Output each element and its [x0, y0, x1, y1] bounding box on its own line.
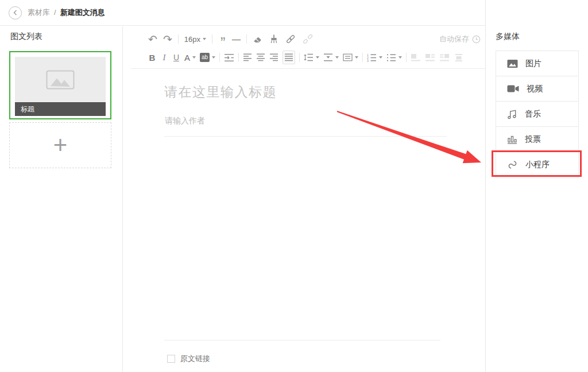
italic-icon: I: [163, 53, 166, 63]
source-link-row: 原文链接: [167, 354, 210, 364]
card-thumbnail: [15, 57, 106, 102]
align-right-button[interactable]: [269, 51, 278, 64]
media-item-music[interactable]: 音乐: [496, 102, 578, 127]
music-icon: [507, 109, 517, 119]
redo-icon: ↷: [163, 34, 172, 45]
highlight-color-dropdown[interactable]: ab: [200, 51, 215, 64]
svg-text:3: 3: [367, 59, 369, 62]
multimedia-header: 多媒体: [496, 32, 520, 42]
author-input[interactable]: 请输入作者: [165, 116, 205, 126]
bullet-list-icon: [386, 53, 396, 62]
image-align-left-icon: [411, 53, 421, 62]
horizontal-rule-button[interactable]: —: [232, 32, 241, 46]
bold-button[interactable]: B: [148, 51, 156, 64]
align-center-icon: [256, 53, 265, 61]
line-height-icon: [304, 53, 314, 61]
eraser-icon: [253, 34, 263, 44]
font-color-icon: A: [184, 53, 190, 63]
bullet-list-dropdown[interactable]: [386, 51, 402, 64]
remove-link-button[interactable]: [302, 32, 314, 46]
blockquote-button[interactable]: ”: [218, 32, 226, 46]
undo-button[interactable]: ↶: [148, 32, 157, 46]
poll-icon: [507, 134, 517, 144]
chevron-down-icon: [203, 38, 206, 40]
source-link-checkbox[interactable]: [167, 355, 175, 363]
image-wrap-left-icon: [425, 53, 435, 62]
title-input[interactable]: 请在这里输入标题: [164, 83, 277, 101]
image-align-center-button[interactable]: [454, 51, 464, 64]
format-brush-button[interactable]: [269, 32, 279, 46]
divider-icon: —: [232, 34, 241, 44]
align-justify-button[interactable]: [283, 51, 295, 64]
image-align-left-wrap-button[interactable]: [425, 51, 435, 64]
image-placeholder-icon: [46, 70, 75, 90]
ordered-list-dropdown[interactable]: 1 2 3: [367, 51, 382, 64]
toolbar-separator: [178, 34, 179, 44]
margin-icon: [343, 53, 353, 61]
font-color-dropdown[interactable]: A: [184, 51, 196, 64]
media-item-label: 视频: [527, 84, 543, 94]
media-item-label: 投票: [525, 134, 541, 145]
editor-panel: ↶ ↷ 16px ” —: [123, 26, 485, 372]
link-icon: [285, 33, 296, 45]
media-item-label: 音乐: [525, 109, 541, 119]
indent-button[interactable]: [224, 51, 234, 64]
image-wrap-right-icon: [439, 53, 450, 62]
indent-icon: [224, 53, 234, 62]
chevron-down-icon: [379, 56, 382, 59]
breadcrumb-parent[interactable]: 素材库: [28, 8, 50, 17]
chevron-left-icon: [12, 9, 19, 16]
multimedia-panel: 多媒体 图片 视频: [485, 0, 588, 372]
plus-icon: +: [53, 135, 68, 156]
clock-icon: [472, 35, 481, 44]
redo-button[interactable]: ↷: [163, 32, 172, 46]
font-size-value: 16px: [184, 35, 200, 44]
underline-button[interactable]: U: [172, 51, 180, 64]
chevron-down-icon: [335, 56, 339, 59]
autosave-label: 自动保存: [439, 34, 469, 44]
chevron-down-icon: [316, 56, 319, 59]
ordered-list-icon: 1 2 3: [367, 53, 377, 62]
media-item-label: 图片: [525, 59, 541, 69]
undo-icon: ↶: [148, 34, 157, 45]
chevron-down-icon: [399, 56, 402, 59]
font-size-dropdown[interactable]: 16px: [184, 32, 206, 46]
margin-dropdown[interactable]: [343, 51, 358, 64]
media-item-video[interactable]: 视频: [496, 76, 578, 102]
chevron-down-icon: [192, 56, 196, 59]
image-align-left-button[interactable]: [411, 51, 421, 64]
underline-icon: U: [173, 53, 179, 62]
chevron-down-icon: [212, 56, 215, 59]
toolbar-row-2: B I U A ab: [148, 49, 464, 65]
autosave-status: 自动保存: [439, 34, 481, 44]
chevron-down-icon: [355, 56, 358, 59]
align-left-button[interactable]: [243, 51, 252, 64]
video-icon: [507, 84, 519, 93]
source-link-label: 原文链接: [180, 354, 210, 364]
eraser-button[interactable]: [253, 32, 263, 46]
media-item-miniprogram[interactable]: 小程序: [496, 152, 578, 177]
paragraph-spacing-dropdown[interactable]: [323, 51, 339, 64]
breadcrumb-separator: /: [54, 8, 56, 17]
image-align-right-wrap-button[interactable]: [439, 51, 450, 64]
unlink-icon: [302, 33, 314, 45]
back-button[interactable]: [9, 6, 22, 20]
italic-button[interactable]: I: [160, 51, 168, 64]
topbar: 素材库/新建图文消息: [0, 0, 485, 26]
align-right-icon: [269, 53, 278, 61]
card-title-bar: 标题: [15, 102, 106, 116]
card-title: 标题: [21, 104, 34, 114]
media-item-poll[interactable]: 投票: [496, 127, 578, 152]
toolbar-separator: [362, 53, 363, 62]
toolbar-separator: [238, 53, 239, 62]
align-center-button[interactable]: [256, 51, 265, 64]
brush-icon: [269, 34, 279, 44]
line-height-dropdown[interactable]: [304, 51, 319, 64]
toolbar-separator: [406, 53, 407, 62]
article-card-selected[interactable]: 标题: [9, 51, 111, 119]
add-article-button[interactable]: +: [9, 122, 111, 168]
media-item-image[interactable]: 图片: [496, 51, 578, 76]
article-list-panel: 图文列表 标题 +: [0, 26, 123, 372]
insert-link-button[interactable]: [285, 32, 296, 46]
align-justify-icon: [284, 53, 293, 61]
